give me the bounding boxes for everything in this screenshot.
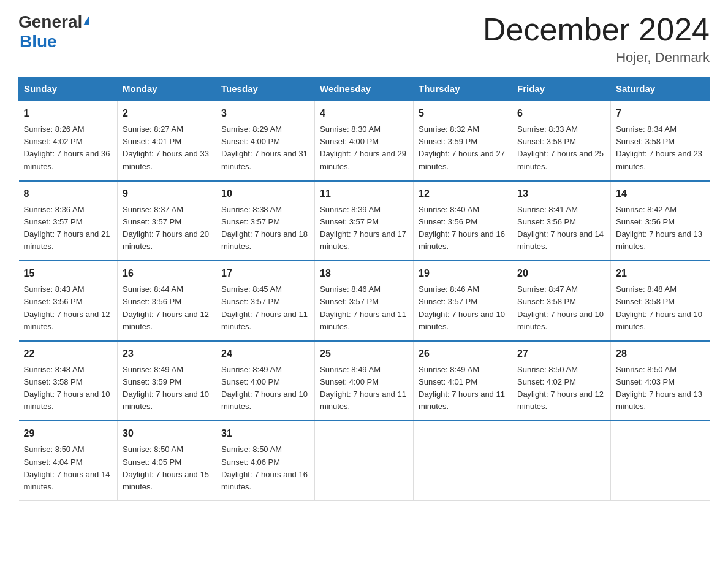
day-number: 19 xyxy=(419,266,507,281)
day-info: Sunrise: 8:49 AMSunset: 4:01 PMDaylight:… xyxy=(419,364,507,413)
day-number: 28 xyxy=(616,347,705,361)
calendar-day-cell: 20Sunrise: 8:47 AMSunset: 3:58 PMDayligh… xyxy=(512,261,611,341)
header-row: Sunday Monday Tuesday Wednesday Thursday… xyxy=(19,77,710,101)
col-sunday: Sunday xyxy=(19,77,118,101)
calendar-day-cell: 31Sunrise: 8:50 AMSunset: 4:06 PMDayligh… xyxy=(216,421,315,500)
day-info: Sunrise: 8:30 AMSunset: 4:00 PMDaylight:… xyxy=(320,123,408,173)
col-wednesday: Wednesday xyxy=(315,77,414,101)
day-info: Sunrise: 8:50 AMSunset: 4:02 PMDaylight:… xyxy=(517,364,605,413)
col-tuesday: Tuesday xyxy=(216,77,315,101)
day-number: 18 xyxy=(320,266,408,281)
calendar-day-cell: 17Sunrise: 8:45 AMSunset: 3:57 PMDayligh… xyxy=(216,261,315,341)
calendar-day-cell: 11Sunrise: 8:39 AMSunset: 3:57 PMDayligh… xyxy=(315,181,414,261)
day-number: 27 xyxy=(517,347,605,361)
col-friday: Friday xyxy=(512,77,611,101)
calendar-day-cell xyxy=(611,421,710,500)
day-number: 16 xyxy=(123,266,211,281)
day-info: Sunrise: 8:41 AMSunset: 3:56 PMDaylight:… xyxy=(517,204,605,253)
day-info: Sunrise: 8:26 AMSunset: 4:02 PMDaylight:… xyxy=(24,123,113,173)
calendar-day-cell: 4Sunrise: 8:30 AMSunset: 4:00 PMDaylight… xyxy=(315,101,414,181)
calendar-week-row: 15Sunrise: 8:43 AMSunset: 3:56 PMDayligh… xyxy=(19,261,710,341)
calendar-day-cell: 16Sunrise: 8:44 AMSunset: 3:56 PMDayligh… xyxy=(118,261,216,341)
day-info: Sunrise: 8:49 AMSunset: 4:00 PMDaylight:… xyxy=(320,364,408,413)
day-info: Sunrise: 8:46 AMSunset: 3:57 PMDaylight:… xyxy=(419,283,507,333)
day-info: Sunrise: 8:46 AMSunset: 3:57 PMDaylight:… xyxy=(320,283,408,333)
calendar-day-cell xyxy=(512,421,611,500)
calendar-week-row: 29Sunrise: 8:50 AMSunset: 4:04 PMDayligh… xyxy=(19,421,710,500)
calendar-day-cell: 5Sunrise: 8:32 AMSunset: 3:59 PMDaylight… xyxy=(414,101,512,181)
calendar-day-cell: 7Sunrise: 8:34 AMSunset: 3:58 PMDaylight… xyxy=(611,101,710,181)
day-number: 21 xyxy=(616,266,705,281)
day-info: Sunrise: 8:33 AMSunset: 3:58 PMDaylight:… xyxy=(517,123,605,173)
calendar-day-cell: 15Sunrise: 8:43 AMSunset: 3:56 PMDayligh… xyxy=(19,261,118,341)
day-number: 31 xyxy=(221,426,309,441)
day-info: Sunrise: 8:43 AMSunset: 3:56 PMDaylight:… xyxy=(24,283,113,333)
calendar-day-cell xyxy=(315,421,414,500)
day-info: Sunrise: 8:39 AMSunset: 3:57 PMDaylight:… xyxy=(320,204,408,253)
day-info: Sunrise: 8:45 AMSunset: 3:57 PMDaylight:… xyxy=(221,283,309,333)
day-info: Sunrise: 8:36 AMSunset: 3:57 PMDaylight:… xyxy=(24,204,113,253)
day-number: 11 xyxy=(320,186,408,201)
calendar-day-cell: 22Sunrise: 8:48 AMSunset: 3:58 PMDayligh… xyxy=(19,341,118,421)
day-info: Sunrise: 8:50 AMSunset: 4:03 PMDaylight:… xyxy=(616,364,705,413)
calendar-day-cell: 3Sunrise: 8:29 AMSunset: 4:00 PMDaylight… xyxy=(216,101,315,181)
calendar-day-cell: 14Sunrise: 8:42 AMSunset: 3:56 PMDayligh… xyxy=(611,181,710,261)
calendar-day-cell: 28Sunrise: 8:50 AMSunset: 4:03 PMDayligh… xyxy=(611,341,710,421)
calendar-day-cell: 6Sunrise: 8:33 AMSunset: 3:58 PMDaylight… xyxy=(512,101,611,181)
day-info: Sunrise: 8:50 AMSunset: 4:05 PMDaylight:… xyxy=(123,443,211,493)
day-info: Sunrise: 8:42 AMSunset: 3:56 PMDaylight:… xyxy=(616,204,705,253)
day-number: 10 xyxy=(221,186,309,201)
day-info: Sunrise: 8:29 AMSunset: 4:00 PMDaylight:… xyxy=(221,123,309,173)
day-number: 13 xyxy=(517,186,605,201)
day-number: 5 xyxy=(419,106,507,121)
day-info: Sunrise: 8:49 AMSunset: 3:59 PMDaylight:… xyxy=(123,364,211,413)
day-info: Sunrise: 8:44 AMSunset: 3:56 PMDaylight:… xyxy=(123,283,211,333)
day-info: Sunrise: 8:50 AMSunset: 4:06 PMDaylight:… xyxy=(221,443,309,493)
day-number: 4 xyxy=(320,106,408,121)
day-info: Sunrise: 8:50 AMSunset: 4:04 PMDaylight:… xyxy=(24,443,113,493)
location-title: Hojer, Denmark xyxy=(483,50,710,66)
day-info: Sunrise: 8:47 AMSunset: 3:58 PMDaylight:… xyxy=(517,283,605,333)
day-info: Sunrise: 8:49 AMSunset: 4:00 PMDaylight:… xyxy=(221,364,309,413)
day-number: 22 xyxy=(24,347,113,361)
calendar-header: Sunday Monday Tuesday Wednesday Thursday… xyxy=(19,77,710,101)
day-number: 7 xyxy=(616,106,705,121)
calendar-day-cell: 23Sunrise: 8:49 AMSunset: 3:59 PMDayligh… xyxy=(118,341,216,421)
day-number: 3 xyxy=(221,106,309,121)
day-info: Sunrise: 8:34 AMSunset: 3:58 PMDaylight:… xyxy=(616,123,705,173)
day-number: 1 xyxy=(24,106,113,121)
day-number: 17 xyxy=(221,266,309,281)
day-number: 15 xyxy=(24,266,113,281)
calendar-day-cell: 29Sunrise: 8:50 AMSunset: 4:04 PMDayligh… xyxy=(19,421,118,500)
calendar-week-row: 1Sunrise: 8:26 AMSunset: 4:02 PMDaylight… xyxy=(19,101,710,181)
calendar-day-cell: 18Sunrise: 8:46 AMSunset: 3:57 PMDayligh… xyxy=(315,261,414,341)
day-info: Sunrise: 8:38 AMSunset: 3:57 PMDaylight:… xyxy=(221,204,309,253)
calendar-day-cell: 26Sunrise: 8:49 AMSunset: 4:01 PMDayligh… xyxy=(414,341,512,421)
calendar-day-cell: 9Sunrise: 8:37 AMSunset: 3:57 PMDaylight… xyxy=(118,181,216,261)
calendar-day-cell: 2Sunrise: 8:27 AMSunset: 4:01 PMDaylight… xyxy=(118,101,216,181)
day-number: 23 xyxy=(123,347,211,361)
day-info: Sunrise: 8:37 AMSunset: 3:57 PMDaylight:… xyxy=(123,204,211,253)
calendar-day-cell: 1Sunrise: 8:26 AMSunset: 4:02 PMDaylight… xyxy=(19,101,118,181)
month-title: December 2024 xyxy=(483,12,710,47)
day-number: 2 xyxy=(123,106,211,121)
day-number: 8 xyxy=(24,186,113,201)
calendar-day-cell: 19Sunrise: 8:46 AMSunset: 3:57 PMDayligh… xyxy=(414,261,512,341)
calendar-week-row: 22Sunrise: 8:48 AMSunset: 3:58 PMDayligh… xyxy=(19,341,710,421)
calendar-day-cell: 25Sunrise: 8:49 AMSunset: 4:00 PMDayligh… xyxy=(315,341,414,421)
logo-general: General xyxy=(18,12,82,32)
calendar-day-cell: 24Sunrise: 8:49 AMSunset: 4:00 PMDayligh… xyxy=(216,341,315,421)
day-number: 25 xyxy=(320,347,408,361)
day-info: Sunrise: 8:48 AMSunset: 3:58 PMDaylight:… xyxy=(616,283,705,333)
day-number: 20 xyxy=(517,266,605,281)
col-thursday: Thursday xyxy=(414,77,512,101)
day-number: 24 xyxy=(221,347,309,361)
day-info: Sunrise: 8:27 AMSunset: 4:01 PMDaylight:… xyxy=(123,123,211,173)
calendar-day-cell: 12Sunrise: 8:40 AMSunset: 3:56 PMDayligh… xyxy=(414,181,512,261)
day-info: Sunrise: 8:48 AMSunset: 3:58 PMDaylight:… xyxy=(24,364,113,413)
calendar-day-cell: 27Sunrise: 8:50 AMSunset: 4:02 PMDayligh… xyxy=(512,341,611,421)
day-number: 14 xyxy=(616,186,705,201)
calendar-day-cell: 13Sunrise: 8:41 AMSunset: 3:56 PMDayligh… xyxy=(512,181,611,261)
day-number: 30 xyxy=(123,426,211,441)
calendar-day-cell: 10Sunrise: 8:38 AMSunset: 3:57 PMDayligh… xyxy=(216,181,315,261)
